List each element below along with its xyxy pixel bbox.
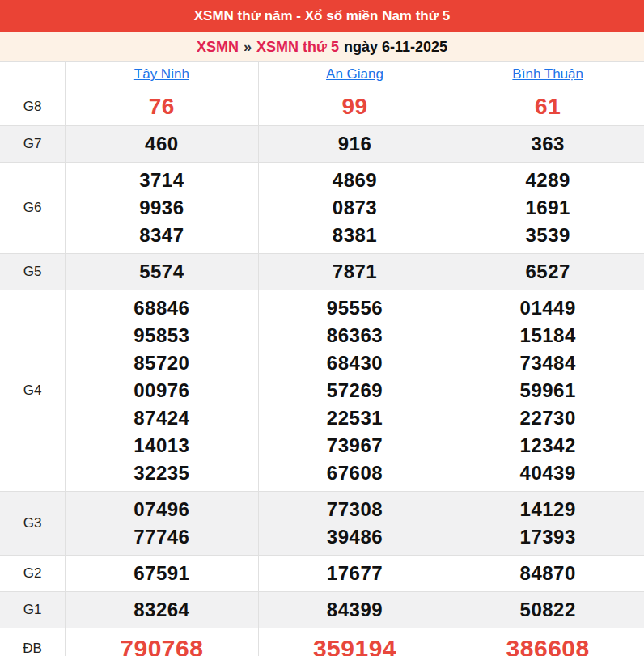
prize-number: 4289 bbox=[525, 167, 570, 194]
prize-number: 15184 bbox=[520, 322, 576, 349]
breadcrumb-link-xsmn[interactable]: XSMN bbox=[197, 39, 239, 56]
prize-number: 8381 bbox=[333, 222, 377, 249]
prize-number: 95853 bbox=[133, 322, 189, 349]
breadcrumb-link-xsmn-thu-5[interactable]: XSMN thứ 5 bbox=[256, 39, 339, 56]
prize-number: 95556 bbox=[327, 294, 383, 322]
prize-number: 7871 bbox=[333, 258, 377, 286]
prize-numbers-cell: 371499368347 bbox=[65, 163, 258, 253]
prize-numbers-cell: 1412917393 bbox=[451, 492, 644, 555]
prize-numbers-cell: 61 bbox=[451, 87, 644, 125]
prize-number: 363 bbox=[531, 130, 565, 158]
prize-numbers-cell: 363 bbox=[451, 126, 644, 162]
prize-numbers-cell: 460 bbox=[65, 126, 258, 162]
prize-number: 01449 bbox=[520, 294, 576, 322]
prize-numbers-cell: 84399 bbox=[258, 592, 451, 628]
prize-number: 22730 bbox=[520, 404, 576, 432]
prize-number: 61 bbox=[535, 91, 561, 121]
prize-numbers-cell: 428916913539 bbox=[451, 163, 644, 253]
prize-number: 87424 bbox=[133, 404, 189, 432]
prize-column-header bbox=[0, 62, 65, 87]
province-link-tay-ninh[interactable]: Tây Ninh bbox=[134, 66, 189, 83]
results-table-body: G8769961G7460916363G63714993683474869087… bbox=[0, 87, 644, 656]
prize-number: 73484 bbox=[520, 349, 576, 377]
table-row-g6: G6371499368347486908738381428916913539 bbox=[0, 162, 644, 253]
prize-number: 68430 bbox=[327, 349, 383, 377]
province-header-an-giang: An Giang bbox=[258, 62, 451, 87]
prize-number: 76 bbox=[149, 91, 175, 121]
prize-number: 73967 bbox=[327, 432, 383, 459]
prize-numbers-cell: 0749677746 bbox=[65, 492, 258, 555]
prize-number: 3714 bbox=[139, 167, 184, 194]
prize-number: 77308 bbox=[327, 496, 383, 523]
prize-number: 77746 bbox=[133, 523, 189, 551]
prize-number: 17393 bbox=[520, 523, 576, 551]
prize-numbers-cell: 486908738381 bbox=[258, 163, 451, 253]
prize-number: 6527 bbox=[525, 258, 570, 286]
prize-number: 790768 bbox=[120, 633, 203, 656]
prize-number: 12342 bbox=[520, 432, 576, 459]
prize-number: 22531 bbox=[327, 404, 383, 432]
prize-number: 1691 bbox=[525, 194, 570, 222]
province-header-binh-thuan: Bình Thuận bbox=[451, 62, 644, 87]
prize-number: 14013 bbox=[133, 432, 189, 459]
province-header-tay-ninh: Tây Ninh bbox=[65, 62, 258, 87]
prize-number: 40439 bbox=[520, 459, 576, 487]
prize-label: ĐB bbox=[0, 628, 65, 656]
prize-number: 50822 bbox=[520, 596, 576, 624]
prize-numbers-cell: 83264 bbox=[65, 592, 258, 628]
prize-numbers-cell: 386608 bbox=[451, 628, 644, 656]
header-bar: XSMN thứ năm - Xổ số miền Nam thứ 5 bbox=[0, 0, 644, 32]
prize-number: 17677 bbox=[327, 560, 383, 587]
prize-label: G5 bbox=[0, 254, 65, 290]
prize-number: 84399 bbox=[327, 596, 383, 624]
table-row-đb: ĐB790768359194386608 bbox=[0, 628, 644, 656]
prize-label: G1 bbox=[0, 592, 65, 628]
prize-numbers-cell: 17677 bbox=[258, 556, 451, 591]
prize-numbers-cell: 84870 bbox=[451, 556, 644, 591]
prize-number: 916 bbox=[338, 130, 372, 158]
table-row-g2: G2675911767784870 bbox=[0, 555, 644, 591]
prize-numbers-cell: 68846958538572000976874241401332235 bbox=[65, 290, 258, 491]
prize-number: 14129 bbox=[520, 496, 576, 523]
results-table: Tây Ninh An Giang Bình Thuận G8769961G74… bbox=[0, 61, 644, 656]
table-header-row: Tây Ninh An Giang Bình Thuận bbox=[0, 61, 644, 87]
prize-number: 39486 bbox=[327, 523, 383, 551]
prize-number: 3539 bbox=[525, 222, 570, 249]
prize-number: 9936 bbox=[139, 194, 184, 222]
prize-number: 99 bbox=[341, 91, 367, 121]
prize-number: 85720 bbox=[133, 349, 189, 377]
prize-numbers-cell: 790768 bbox=[65, 628, 258, 656]
prize-label: G6 bbox=[0, 163, 65, 253]
province-link-binh-thuan[interactable]: Bình Thuận bbox=[512, 66, 583, 83]
prize-number: 84870 bbox=[520, 560, 576, 587]
table-row-g1: G1832648439950822 bbox=[0, 591, 644, 628]
prize-number: 32235 bbox=[133, 459, 189, 487]
page-title: XSMN thứ năm - Xổ số miền Nam thứ 5 bbox=[194, 8, 451, 24]
table-row-g8: G8769961 bbox=[0, 87, 644, 125]
prize-number: 00976 bbox=[133, 377, 189, 404]
prize-number: 359194 bbox=[313, 633, 396, 656]
prize-number: 460 bbox=[145, 130, 179, 158]
province-link-an-giang[interactable]: An Giang bbox=[326, 66, 383, 83]
prize-number: 67591 bbox=[133, 560, 189, 587]
prize-number: 8347 bbox=[139, 222, 184, 249]
prize-numbers-cell: 01449151847348459961227301234240439 bbox=[451, 290, 644, 491]
prize-label: G2 bbox=[0, 556, 65, 591]
prize-number: 386608 bbox=[506, 633, 590, 656]
prize-numbers-cell: 359194 bbox=[258, 628, 451, 656]
prize-numbers-cell: 95556863636843057269225317396767608 bbox=[258, 290, 451, 491]
prize-label: G3 bbox=[0, 492, 65, 555]
breadcrumb-date: ngày 6-11-2025 bbox=[344, 39, 447, 56]
prize-number: 07496 bbox=[133, 496, 189, 523]
prize-number: 67608 bbox=[327, 459, 383, 487]
table-row-g3: G3074967774677308394861412917393 bbox=[0, 491, 644, 555]
prize-numbers-cell: 67591 bbox=[65, 556, 258, 591]
table-row-g7: G7460916363 bbox=[0, 125, 644, 162]
prize-number: 57269 bbox=[327, 377, 383, 404]
prize-number: 68846 bbox=[133, 294, 189, 322]
prize-numbers-cell: 7730839486 bbox=[258, 492, 451, 555]
prize-numbers-cell: 99 bbox=[258, 87, 451, 125]
prize-number: 86363 bbox=[327, 322, 383, 349]
prize-number: 4869 bbox=[333, 167, 377, 194]
prize-number: 83264 bbox=[133, 596, 189, 624]
